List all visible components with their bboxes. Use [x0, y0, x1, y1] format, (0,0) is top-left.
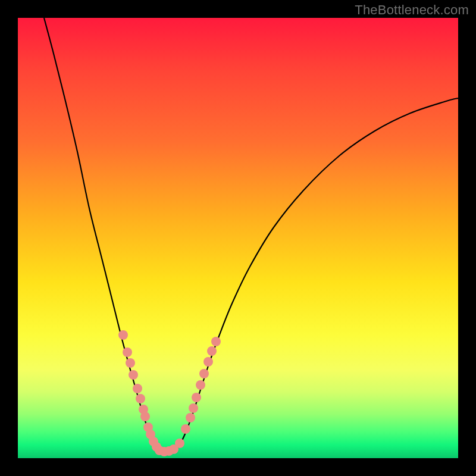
- highlight-dot: [123, 347, 132, 357]
- bottleneck-curve: [44, 18, 458, 452]
- highlight-dot: [189, 403, 198, 413]
- highlight-dots-group: [118, 330, 221, 456]
- highlight-dot: [136, 394, 145, 403]
- highlight-dot: [199, 369, 209, 378]
- highlight-dot: [118, 330, 128, 340]
- highlight-dot: [129, 370, 138, 380]
- highlight-dot: [175, 439, 184, 448]
- watermark-text: TheBottleneck.com: [355, 2, 469, 18]
- highlight-dot: [181, 424, 190, 434]
- highlight-dot: [192, 393, 201, 402]
- highlight-dot: [140, 412, 150, 421]
- highlight-dot: [211, 337, 221, 346]
- highlight-dot: [133, 384, 142, 393]
- highlight-dot: [186, 413, 195, 422]
- highlight-dot: [126, 358, 135, 368]
- highlight-dot: [207, 346, 217, 356]
- chart-overlay-svg: [18, 18, 458, 458]
- highlight-dot: [196, 380, 205, 390]
- highlight-dot: [203, 357, 213, 367]
- chart-stage: TheBottleneck.com: [0, 0, 476, 476]
